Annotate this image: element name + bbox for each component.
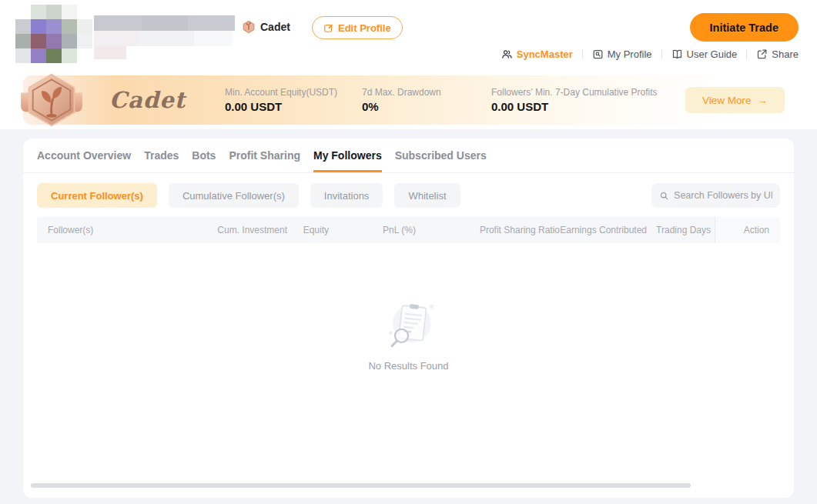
tab-profit-sharing[interactable]: Profit Sharing: [229, 139, 300, 172]
column-header-earnings-contributed: Earnings Contributed: [560, 225, 647, 235]
filter-whitelist[interactable]: Whitelist: [394, 183, 460, 208]
stat-value: 0%: [362, 100, 491, 113]
people-icon: [501, 48, 513, 60]
edit-pencil-icon: [323, 22, 334, 33]
column-header-pnl: PnL (%): [329, 225, 416, 235]
tab-trades[interactable]: Trades: [144, 139, 179, 172]
edit-profile-label: Edit Profile: [338, 22, 391, 34]
empty-state-message: No Results Found: [368, 360, 448, 372]
nav-separator: [661, 49, 662, 59]
tab-subscribed-users[interactable]: Subscribed Users: [395, 139, 487, 172]
search-icon: [659, 190, 669, 202]
level-chip: Cadet: [242, 20, 290, 34]
banner-stats: Min. Account Equity(USDT) 0.00 USDT 7d M…: [225, 87, 668, 113]
edit-profile-button[interactable]: Edit Profile: [312, 16, 403, 39]
initiate-trade-label: Initiate Trade: [710, 22, 778, 34]
nav-link-share[interactable]: Share: [756, 48, 799, 60]
view-more-label: View More: [702, 95, 752, 106]
arrow-right-icon: →: [758, 95, 768, 106]
stat-min-account-equity: Min. Account Equity(USDT) 0.00 USDT: [225, 87, 362, 113]
avatar: [15, 5, 92, 63]
nav-separator: [746, 49, 747, 59]
view-more-button[interactable]: View More →: [685, 87, 785, 113]
header-nav-links: SyncMaster My Profile User Guide: [501, 48, 799, 60]
stat-followers-min-profits: Followers’ Min. 7-Day Cumulative Profits…: [491, 87, 668, 113]
nav-link-label: User Guide: [687, 48, 738, 60]
tab-my-followers[interactable]: My Followers: [313, 139, 382, 172]
cadet-medal-icon: [16, 70, 87, 129]
search-input[interactable]: [674, 190, 772, 201]
stat-value: 0.00 USDT: [491, 100, 668, 113]
top-section: Cadet Edit Profile Initiate Trade SyncMa…: [0, 0, 817, 129]
tab-bar: Account Overview Trades Bots Profit Shar…: [23, 139, 794, 173]
nav-link-user-guide[interactable]: User Guide: [671, 48, 738, 60]
column-header-followers: Follower(s): [37, 225, 191, 235]
share-icon: [756, 48, 768, 60]
empty-state: No Results Found: [23, 297, 794, 372]
tab-account-overview[interactable]: Account Overview: [37, 139, 131, 172]
cadet-medal-mini-icon: [242, 20, 256, 34]
no-results-icon: [380, 297, 438, 355]
initiate-trade-button[interactable]: Initiate Trade: [690, 13, 799, 42]
nav-link-label: Share: [772, 48, 799, 60]
username-redacted: [94, 15, 235, 59]
stat-7d-max-drawdown: 7d Max. Drawdown 0%: [362, 87, 491, 113]
level-chip-label: Cadet: [260, 21, 290, 33]
followers-table-header: Follower(s) Cum. Investment Equity PnL (…: [37, 217, 780, 243]
tab-bots[interactable]: Bots: [192, 139, 216, 172]
stat-value: 0.00 USDT: [225, 100, 362, 113]
book-icon: [671, 48, 683, 60]
filter-invitations[interactable]: Invitations: [310, 183, 383, 208]
column-header-action: Action: [715, 217, 780, 243]
stat-label: 7d Max. Drawdown: [362, 87, 491, 98]
stat-label: Min. Account Equity(USDT): [225, 87, 362, 98]
stat-label: Followers’ Min. 7-Day Cumulative Profits: [491, 87, 668, 98]
filter-bar: Current Follower(s) Cumulative Follower(…: [23, 173, 794, 208]
profile-header: Cadet Edit Profile Initiate Trade SyncMa…: [0, 0, 817, 71]
column-header-cum-investment: Cum. Investment: [191, 225, 287, 235]
horizontal-scrollbar-thumb[interactable]: [31, 483, 691, 488]
followers-panel: Account Overview Trades Bots Profit Shar…: [23, 139, 794, 498]
nav-link-label: My Profile: [608, 48, 652, 60]
column-header-equity: Equity: [287, 225, 329, 235]
nav-link-label: SyncMaster: [517, 48, 573, 60]
nav-link-my-profile[interactable]: My Profile: [592, 48, 652, 60]
nav-link-syncmaster[interactable]: SyncMaster: [501, 48, 573, 60]
level-banner: Cadet Min. Account Equity(USDT) 0.00 USD…: [23, 75, 794, 125]
search-box: [651, 183, 780, 208]
nav-separator: [582, 49, 583, 59]
filter-cumulative-followers[interactable]: Cumulative Follower(s): [169, 183, 299, 208]
level-title: Cadet: [109, 87, 225, 113]
column-header-trading-days: Trading Days: [647, 225, 711, 235]
column-header-profit-sharing-ratio: Profit Sharing Ratio: [416, 225, 560, 235]
filter-current-followers[interactable]: Current Follower(s): [37, 183, 157, 208]
profile-card-icon: [592, 48, 604, 60]
